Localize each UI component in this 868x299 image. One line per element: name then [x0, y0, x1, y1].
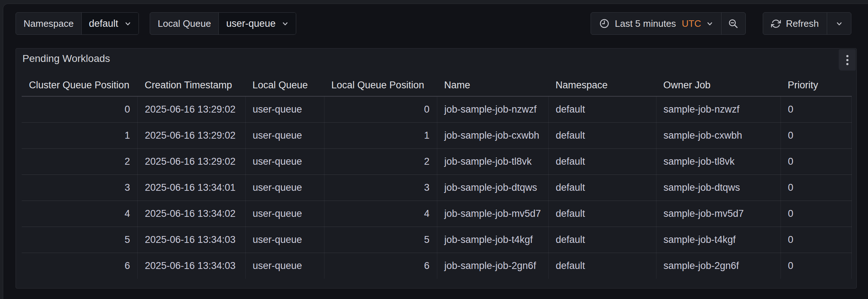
table-row: 12025-06-16 13:29:02user-queue1job-sampl… — [22, 122, 851, 148]
variable-namespace-select[interactable]: default — [81, 13, 139, 34]
clock-nine-icon — [599, 18, 610, 29]
cell-local-queue-position: 0 — [324, 96, 437, 122]
cell-owner-job: sample-job-dtqws — [656, 174, 780, 201]
cell-local-queue-position: 4 — [324, 201, 437, 227]
cell-creation-timestamp: 2025-06-16 13:34:02 — [137, 201, 245, 227]
column-header-cluster-queue-position[interactable]: Cluster Queue Position — [22, 69, 137, 96]
cell-creation-timestamp: 2025-06-16 13:34:01 — [137, 174, 245, 201]
cell-name: job-sample-job-t4kgf — [437, 227, 548, 253]
cell-namespace: default — [548, 148, 656, 174]
cell-local-queue: user-queue — [245, 201, 324, 227]
cell-local-queue-position: 1 — [324, 122, 437, 148]
cell-namespace: default — [548, 253, 656, 279]
panel-header: Pending Workloads — [16, 49, 856, 69]
variable-local-queue-select[interactable]: user-queue — [218, 13, 296, 34]
cell-owner-job: sample-job-t4kgf — [656, 227, 780, 253]
kebab-icon — [846, 59, 848, 61]
table-header-row: Cluster Queue PositionCreation Timestamp… — [22, 69, 851, 96]
column-header-namespace[interactable]: Namespace — [548, 69, 656, 96]
cell-cluster-queue-position: 5 — [22, 227, 137, 253]
cell-local-queue: user-queue — [245, 253, 324, 279]
cell-name: job-sample-job-cxwbh — [437, 122, 548, 148]
dashboard-canvas: Namespace default Local Queue user-queue… — [3, 4, 868, 299]
variable-namespace-value: default — [89, 18, 118, 29]
cell-namespace: default — [548, 201, 656, 227]
cell-cluster-queue-position: 1 — [22, 122, 137, 148]
cell-cluster-queue-position: 2 — [22, 148, 137, 174]
cell-local-queue-position: 6 — [324, 253, 437, 279]
sync-icon — [771, 19, 781, 29]
cell-creation-timestamp: 2025-06-16 13:29:02 — [137, 148, 245, 174]
cell-local-queue: user-queue — [245, 122, 324, 148]
cell-local-queue: user-queue — [245, 96, 324, 122]
chevron-down-icon — [706, 20, 713, 27]
cell-name: job-sample-job-dtqws — [437, 174, 548, 201]
refresh-label: Refresh — [786, 18, 819, 29]
cell-creation-timestamp: 2025-06-16 13:34:03 — [137, 227, 245, 253]
cell-priority: 0 — [780, 253, 851, 279]
column-header-local-queue-position[interactable]: Local Queue Position — [324, 69, 437, 96]
panel-menu-button[interactable] — [839, 49, 856, 71]
cell-local-queue: user-queue — [245, 148, 324, 174]
cell-local-queue-position: 3 — [324, 174, 437, 201]
cell-creation-timestamp: 2025-06-16 13:34:03 — [137, 253, 245, 279]
cell-name: job-sample-job-mv5d7 — [437, 201, 548, 227]
table-row: 62025-06-16 13:34:03user-queue6job-sampl… — [22, 253, 851, 279]
refresh-button[interactable]: Refresh — [763, 13, 827, 34]
cell-cluster-queue-position: 0 — [22, 96, 137, 122]
cell-creation-timestamp: 2025-06-16 13:29:02 — [137, 122, 245, 148]
chevron-down-icon — [836, 20, 843, 27]
time-range-label: Last 5 minutes — [615, 18, 676, 29]
cell-cluster-queue-position: 6 — [22, 253, 137, 279]
cell-name: job-sample-job-tl8vk — [437, 148, 548, 174]
cell-owner-job: sample-job-2gn6f — [656, 253, 780, 279]
cell-local-queue-position: 5 — [324, 227, 437, 253]
column-header-owner-job[interactable]: Owner Job — [656, 69, 780, 96]
cell-cluster-queue-position: 3 — [22, 174, 137, 201]
time-controls: Last 5 minutes UTC — [591, 12, 746, 35]
table-row: 02025-06-16 13:29:02user-queue0job-sampl… — [22, 96, 851, 122]
column-header-creation-timestamp[interactable]: Creation Timestamp — [137, 69, 245, 96]
refresh-interval-dropdown[interactable] — [827, 13, 851, 34]
cell-owner-job: sample-job-tl8vk — [656, 148, 780, 174]
cell-owner-job: sample-job-cxwbh — [656, 122, 780, 148]
cell-owner-job: sample-job-mv5d7 — [656, 201, 780, 227]
panel-title[interactable]: Pending Workloads — [22, 53, 110, 64]
cell-priority: 0 — [780, 227, 851, 253]
cell-local-queue: user-queue — [245, 227, 324, 253]
cell-namespace: default — [548, 174, 656, 201]
variable-local-queue-label: Local Queue — [150, 13, 218, 34]
chevron-down-icon — [124, 20, 131, 27]
magnifier-minus-icon — [728, 18, 739, 29]
cell-creation-timestamp: 2025-06-16 13:29:02 — [137, 96, 245, 122]
cell-owner-job: sample-job-nzwzf — [656, 96, 780, 122]
cell-priority: 0 — [780, 201, 851, 227]
table-row: 32025-06-16 13:34:01user-queue3job-sampl… — [22, 174, 851, 201]
chevron-down-icon — [282, 20, 289, 27]
table-row: 42025-06-16 13:34:02user-queue4job-sampl… — [22, 201, 851, 227]
cell-namespace: default — [548, 122, 656, 148]
cell-priority: 0 — [780, 96, 851, 122]
variable-local-queue: Local Queue user-queue — [150, 12, 296, 35]
cell-priority: 0 — [780, 174, 851, 201]
cell-priority: 0 — [780, 148, 851, 174]
column-header-name[interactable]: Name — [437, 69, 548, 96]
cell-local-queue: user-queue — [245, 174, 324, 201]
column-header-priority[interactable]: Priority — [780, 69, 851, 96]
table-row: 52025-06-16 13:34:03user-queue5job-sampl… — [22, 227, 851, 253]
cell-namespace: default — [548, 227, 656, 253]
pending-workloads-panel: Pending Workloads Cluster Queue Position… — [16, 48, 857, 289]
table-row: 22025-06-16 13:29:02user-queue2job-sampl… — [22, 148, 851, 174]
refresh-controls: Refresh — [763, 12, 851, 35]
cell-namespace: default — [548, 96, 656, 122]
zoom-out-button[interactable] — [721, 13, 745, 34]
cell-cluster-queue-position: 4 — [22, 201, 137, 227]
pending-workloads-table: Cluster Queue PositionCreation Timestamp… — [22, 69, 852, 279]
variable-local-queue-value: user-queue — [226, 18, 276, 29]
cell-name: job-sample-job-2gn6f — [437, 253, 548, 279]
cell-priority: 0 — [780, 122, 851, 148]
cell-name: job-sample-job-nzwzf — [437, 96, 548, 122]
timezone-label: UTC — [682, 18, 701, 29]
column-header-local-queue[interactable]: Local Queue — [245, 69, 324, 96]
time-range-picker[interactable]: Last 5 minutes UTC — [591, 13, 721, 34]
